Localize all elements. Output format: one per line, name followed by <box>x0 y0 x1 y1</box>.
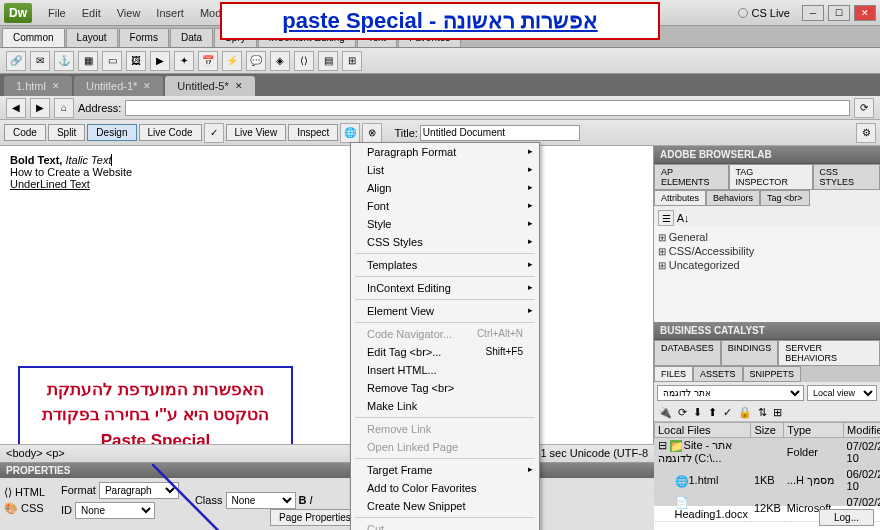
email-icon[interactable]: ✉ <box>30 51 50 71</box>
close-icon[interactable]: ✕ <box>52 81 60 91</box>
doc-tab-2[interactable]: Untitled-1*✕ <box>74 76 163 96</box>
html-mode-button[interactable]: ⟨⟩ HTML <box>4 486 45 499</box>
ctx-edit-tag-br-[interactable]: Edit Tag <br>...Shift+F5 <box>351 343 539 361</box>
tree-css[interactable]: ⊞ CSS/Accessibility <box>658 244 876 258</box>
tab-forms[interactable]: Forms <box>119 28 169 47</box>
anchor-icon[interactable]: ⚓ <box>54 51 74 71</box>
col-size[interactable]: Size <box>751 423 784 438</box>
comment-icon[interactable]: 💬 <box>246 51 266 71</box>
put-icon[interactable]: ⬆ <box>708 406 717 419</box>
script-icon[interactable]: ⟨⟩ <box>294 51 314 71</box>
refresh-icon[interactable]: ⟳ <box>854 98 874 118</box>
tab-snippets[interactable]: SNIPPETS <box>743 366 802 382</box>
class-select[interactable]: None <box>226 492 296 509</box>
tab-files[interactable]: FILES <box>654 366 693 382</box>
home-icon[interactable]: ⌂ <box>54 98 74 118</box>
tab-tag-inspector[interactable]: TAG INSPECTOR <box>729 164 813 190</box>
doc-tab-1[interactable]: 1.html✕ <box>4 76 72 96</box>
table-icon[interactable]: ▦ <box>78 51 98 71</box>
ctx-templates[interactable]: Templates <box>351 256 539 274</box>
col-type[interactable]: Type <box>784 423 844 438</box>
forward-icon[interactable]: ▶ <box>30 98 50 118</box>
table-row[interactable]: 🌐1.html1KB...H מסמך06/02/2012 10 <box>655 467 881 494</box>
tab-data[interactable]: Data <box>170 28 213 47</box>
tab-databases[interactable]: DATABASES <box>654 340 721 366</box>
window-maximize-button[interactable]: ☐ <box>828 5 850 21</box>
ctx-incontext-editing[interactable]: InContext Editing <box>351 279 539 297</box>
tag-selector[interactable]: <body> <p> <box>6 447 65 460</box>
menu-edit[interactable]: Edit <box>74 3 109 23</box>
list-icon[interactable]: ☰ <box>658 210 674 226</box>
cslive-button[interactable]: CS Live <box>738 7 790 19</box>
ctx-insert-html-[interactable]: Insert HTML... <box>351 361 539 379</box>
format-select[interactable]: Paragraph <box>99 482 179 499</box>
css-mode-button[interactable]: 🎨 CSS <box>4 502 45 515</box>
globe-icon[interactable]: 🌐 <box>340 123 360 143</box>
connect-icon[interactable]: 🔌 <box>658 406 672 419</box>
ctx-paragraph-format[interactable]: Paragraph Format <box>351 143 539 161</box>
menu-file[interactable]: File <box>40 3 74 23</box>
div-icon[interactable]: ▭ <box>102 51 122 71</box>
ctx-make-link[interactable]: Make Link <box>351 397 539 415</box>
window-minimize-button[interactable]: ─ <box>802 5 824 21</box>
col-modified[interactable]: Modified <box>844 423 880 438</box>
ctx-css-styles[interactable]: CSS Styles <box>351 233 539 251</box>
date-icon[interactable]: 📅 <box>198 51 218 71</box>
properties-title[interactable]: PROPERTIES <box>0 463 654 478</box>
panel-business-catalyst[interactable]: BUSINESS CATALYST <box>654 322 880 340</box>
subtab-attributes[interactable]: Attributes <box>654 190 706 206</box>
hyperlink-icon[interactable]: 🔗 <box>6 51 26 71</box>
tree-general[interactable]: ⊞ General <box>658 230 876 244</box>
ctx-add-to-color-favorites[interactable]: Add to Color Favorites <box>351 479 539 497</box>
az-icon[interactable]: A↓ <box>677 212 690 224</box>
col-localfiles[interactable]: Local Files <box>655 423 751 438</box>
server-icon[interactable]: ⚡ <box>222 51 242 71</box>
tab-bindings[interactable]: BINDINGS <box>721 340 779 366</box>
ctx-align[interactable]: Align <box>351 179 539 197</box>
id-select[interactable]: None <box>75 502 155 519</box>
title-input[interactable] <box>420 125 580 141</box>
tree-uncat[interactable]: ⊞ Uncategorized <box>658 258 876 272</box>
site-dropdown[interactable]: אתר לדוגמה <box>657 385 804 401</box>
tag-icon[interactable]: ⊞ <box>342 51 362 71</box>
inspect-button[interactable]: Inspect <box>288 124 338 141</box>
checkin-icon[interactable]: 🔒 <box>738 406 752 419</box>
template-icon[interactable]: ▤ <box>318 51 338 71</box>
design-view-button[interactable]: Design <box>87 124 136 141</box>
tab-css-styles[interactable]: CSS STYLES <box>813 164 880 190</box>
panel-browserlab[interactable]: ADOBE BROWSERLAB <box>654 146 880 164</box>
menu-view[interactable]: View <box>109 3 149 23</box>
ctx-create-new-snippet[interactable]: Create New Snippet <box>351 497 539 515</box>
widget-icon[interactable]: ✦ <box>174 51 194 71</box>
tab-layout[interactable]: Layout <box>66 28 118 47</box>
code-view-button[interactable]: Code <box>4 124 46 141</box>
options-icon[interactable]: ⚙ <box>856 123 876 143</box>
tab-assets[interactable]: ASSETS <box>693 366 743 382</box>
refresh-icon[interactable]: ⟳ <box>678 406 687 419</box>
back-icon[interactable]: ◀ <box>6 98 26 118</box>
liveview-button[interactable]: Live View <box>226 124 287 141</box>
sync-icon[interactable]: ⇅ <box>758 406 767 419</box>
stop-icon[interactable]: ⊗ <box>362 123 382 143</box>
log-button[interactable]: Log... <box>819 509 874 526</box>
ctx-style[interactable]: Style <box>351 215 539 233</box>
subtab-tag[interactable]: Tag <br> <box>760 190 810 206</box>
ctx-list[interactable]: List <box>351 161 539 179</box>
tab-ap-elements[interactable]: AP ELEMENTS <box>654 164 729 190</box>
bold-button[interactable]: B <box>299 494 307 506</box>
media-icon[interactable]: ▶ <box>150 51 170 71</box>
table-row[interactable]: ⊟ 📁Site - אתר לדוגמה (C:\...Folder07/02/… <box>655 438 881 467</box>
doc-tab-3[interactable]: Untitled-5*✕ <box>165 76 254 96</box>
image-icon[interactable]: 🖼 <box>126 51 146 71</box>
head-icon[interactable]: ◈ <box>270 51 290 71</box>
ctx-remove-tag-br-[interactable]: Remove Tag <br> <box>351 379 539 397</box>
check-icon[interactable]: ✓ <box>204 123 224 143</box>
ctx-element-view[interactable]: Element View <box>351 302 539 320</box>
window-close-button[interactable]: ✕ <box>854 5 876 21</box>
ctx-font[interactable]: Font <box>351 197 539 215</box>
expand-icon[interactable]: ⊞ <box>773 406 782 419</box>
tab-server-behaviors[interactable]: SERVER BEHAVIORS <box>778 340 880 366</box>
livecode-button[interactable]: Live Code <box>139 124 202 141</box>
get-icon[interactable]: ⬇ <box>693 406 702 419</box>
subtab-behaviors[interactable]: Behaviors <box>706 190 760 206</box>
